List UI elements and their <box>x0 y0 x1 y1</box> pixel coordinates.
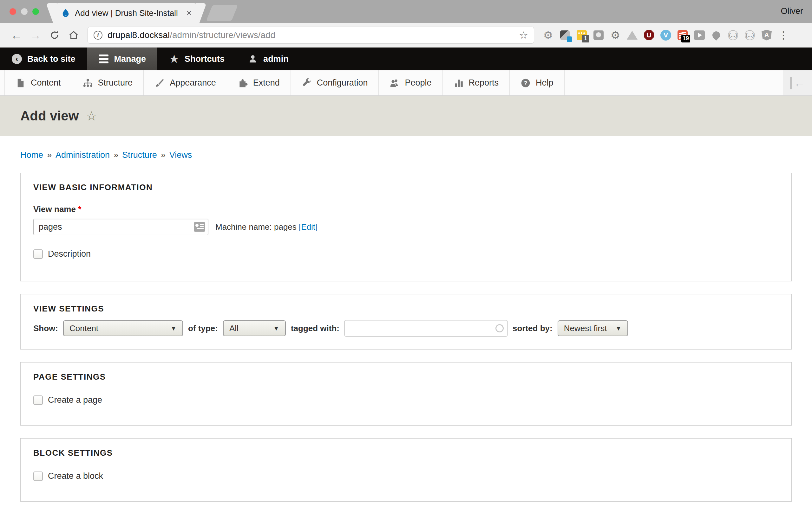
browser-toolbar: ← → i drupal8.docksal/admin/structure/vi… <box>0 23 812 48</box>
menu-item-configuration[interactable]: Configuration <box>291 70 379 95</box>
todoist-extension-icon[interactable]: 19 <box>677 30 688 41</box>
back-button[interactable]: ← <box>8 27 25 43</box>
machine-name-text: Machine name: pages [Edit] <box>215 222 317 232</box>
vimeo-extension-icon[interactable]: V <box>660 30 671 41</box>
password-extension-icon[interactable]: 1 <box>576 30 588 41</box>
url-bar[interactable]: i drupal8.docksal/admin/structure/views/… <box>88 26 534 44</box>
of-type-label: of type: <box>188 324 218 333</box>
content-document-icon <box>15 78 26 88</box>
collapse-arrow-icon: ← <box>794 76 805 90</box>
forward-button[interactable]: → <box>27 27 44 43</box>
manage-menu-bar: Content Structure Appearance Extend Conf… <box>0 70 812 96</box>
create-block-checkbox-row: Create a block <box>33 471 779 481</box>
angular-extension-icon[interactable]: A <box>761 30 772 41</box>
page-settings-section: PAGE SETTINGS Create a page <box>20 362 792 426</box>
show-select[interactable]: Content ▼ <box>63 320 183 336</box>
menu-item-reports[interactable]: Reports <box>443 70 510 95</box>
menu-item-content[interactable]: Content <box>4 70 72 95</box>
sorted-by-select[interactable]: Newest first ▼ <box>558 320 628 336</box>
browser-tab[interactable]: Add view | Drush Site-Install × <box>55 3 198 23</box>
view-name-row: Machine name: pages [Edit] <box>33 219 779 235</box>
colorpicker-extension-icon[interactable] <box>559 30 571 41</box>
todoist-extension-badge: 19 <box>681 35 690 43</box>
extend-puzzle-icon <box>238 78 248 88</box>
settings-gear-extension-icon[interactable]: ⚙ <box>610 30 621 41</box>
block-settings-section: BLOCK SETTINGS Create a block <box>20 438 792 502</box>
menu-item-appearance[interactable]: Appearance <box>144 70 227 95</box>
tagged-with-input[interactable] <box>345 320 507 337</box>
zoom-window-button[interactable] <box>32 8 39 15</box>
help-question-icon: ? <box>520 78 531 88</box>
appearance-brush-icon <box>154 78 165 88</box>
browser-profile-name[interactable]: Oliver <box>780 6 803 16</box>
section-heading: PAGE SETTINGS <box>33 372 779 382</box>
drive-extension-icon[interactable] <box>626 30 638 41</box>
create-page-label: Create a page <box>48 395 102 405</box>
menu-item-structure[interactable]: Structure <box>72 70 144 95</box>
manage-menu-icon <box>98 54 109 64</box>
menu-item-people[interactable]: People <box>379 70 443 95</box>
view-name-field-wrap <box>33 219 208 235</box>
breadcrumb-administration[interactable]: Administration <box>55 150 110 160</box>
autocomplete-throbber-icon <box>496 324 504 332</box>
menu-item-extend[interactable]: Extend <box>227 70 291 95</box>
shortcuts-star-icon: ★ <box>169 54 180 64</box>
tab-close-icon[interactable]: × <box>187 8 192 18</box>
section-heading: BLOCK SETTINGS <box>33 448 779 458</box>
view-settings-row: Show: Content ▼ of type: All ▼ tagged wi… <box>33 320 779 337</box>
view-name-label: View name * <box>33 205 779 214</box>
url-path: /admin/structure/views/add <box>170 30 275 40</box>
page-header: Add view ☆ <box>0 96 812 136</box>
create-page-checkbox-row: Create a page <box>33 395 779 405</box>
toolbar-collapse-button[interactable]: ← <box>783 70 812 95</box>
description-checkbox[interactable] <box>33 249 43 259</box>
of-type-select[interactable]: All ▼ <box>223 320 286 336</box>
gear-extension-icon[interactable]: ⚙ <box>542 30 554 41</box>
minimize-window-button[interactable] <box>21 8 28 15</box>
home-icon <box>68 30 79 41</box>
chevron-down-icon: ▼ <box>610 325 622 332</box>
json-viewer-extension-icon[interactable]: {…} <box>727 30 739 41</box>
manage-tab[interactable]: Manage <box>87 48 158 70</box>
create-block-checkbox[interactable] <box>33 471 43 481</box>
breadcrumb-home[interactable]: Home <box>20 150 43 160</box>
home-button[interactable] <box>65 27 82 43</box>
site-info-icon[interactable]: i <box>94 31 102 40</box>
traffic-lights <box>9 8 39 15</box>
tagged-with-field-wrap <box>345 320 507 337</box>
required-marker: * <box>78 205 81 214</box>
json-formatter-extension-icon[interactable]: {…} <box>744 30 756 41</box>
reload-icon <box>49 30 60 41</box>
browser-menu-icon[interactable]: ⋮ <box>778 30 789 41</box>
bookmark-star-icon[interactable]: ☆ <box>519 29 528 41</box>
autofill-contact-icon[interactable] <box>194 222 205 232</box>
create-page-checkbox[interactable] <box>33 395 43 405</box>
admin-user-tab[interactable]: admin <box>236 48 300 70</box>
extension-row: ⚙ 1 ⚙ U V 19 {…} {…} A ⋮ <box>542 30 791 41</box>
breadcrumb-structure[interactable]: Structure <box>122 150 157 160</box>
url-host: drupal8.docksal <box>107 30 170 40</box>
section-heading: VIEW SETTINGS <box>33 304 779 314</box>
tab-title: Add view | Drush Site-Install <box>75 8 178 18</box>
favorite-star-icon[interactable]: ☆ <box>86 109 97 123</box>
shortcuts-tab[interactable]: ★ Shortcuts <box>157 48 236 70</box>
breadcrumb-views[interactable]: Views <box>169 150 192 160</box>
structure-sitemap-icon <box>83 78 93 88</box>
create-block-label: Create a block <box>48 471 103 481</box>
view-name-input[interactable] <box>33 219 208 235</box>
main-content: Home » Administration » Structure » View… <box>0 136 812 502</box>
drupal-extension-icon[interactable] <box>711 30 722 41</box>
machine-name-edit-link[interactable]: [Edit] <box>299 222 317 232</box>
menu-spacer <box>565 70 783 95</box>
close-window-button[interactable] <box>9 8 16 15</box>
breadcrumb: Home » Administration » Structure » View… <box>20 150 792 160</box>
video-extension-icon[interactable] <box>694 30 705 41</box>
password-extension-badge: 1 <box>582 35 589 43</box>
ublock-extension-icon[interactable]: U <box>643 30 655 41</box>
menu-item-help[interactable]: ? Help <box>510 70 565 95</box>
screenshot-extension-icon[interactable] <box>593 30 604 41</box>
back-to-site-link[interactable]: ‹ Back to site <box>0 48 87 70</box>
reload-button[interactable] <box>46 27 63 43</box>
new-tab-button[interactable] <box>206 5 238 21</box>
description-checkbox-row: Description <box>33 249 779 259</box>
